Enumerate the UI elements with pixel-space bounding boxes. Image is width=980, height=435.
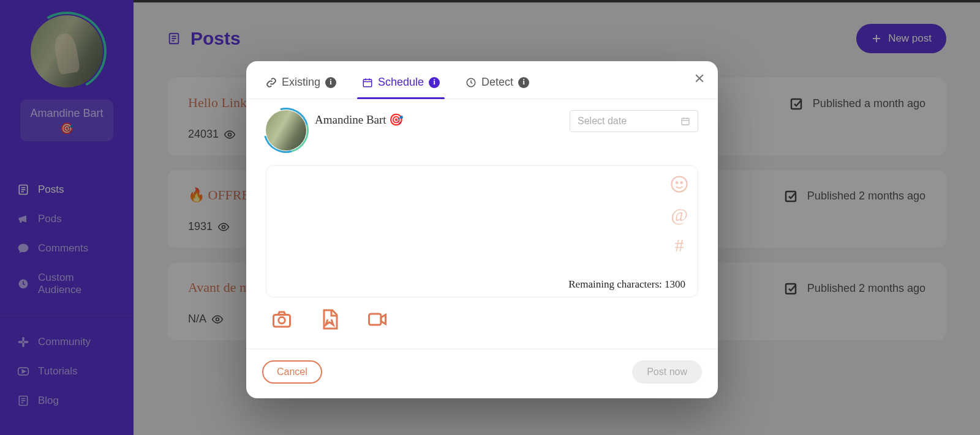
modal-username: Amandine Bart 🎯 bbox=[315, 110, 404, 127]
svg-point-41 bbox=[279, 317, 285, 324]
svg-point-37 bbox=[672, 177, 687, 192]
tab-detect[interactable]: Detect i bbox=[466, 76, 529, 99]
hashtag-button[interactable]: # bbox=[669, 236, 689, 255]
calendar-icon bbox=[362, 77, 373, 88]
camera-icon[interactable] bbox=[271, 308, 293, 330]
tab-label: Detect bbox=[481, 76, 513, 89]
mention-button[interactable]: @ bbox=[669, 205, 689, 225]
attachments bbox=[266, 297, 698, 344]
close-button[interactable] bbox=[693, 72, 706, 84]
tab-existing[interactable]: Existing i bbox=[266, 76, 336, 99]
link-icon bbox=[266, 77, 277, 88]
tab-label: Existing bbox=[282, 76, 320, 89]
svg-point-38 bbox=[676, 182, 678, 184]
remaining-characters: Remaining characters: 1300 bbox=[568, 278, 685, 291]
calendar-icon bbox=[680, 116, 690, 126]
info-icon[interactable]: i bbox=[518, 77, 529, 88]
modal-user: Amandine Bart 🎯 bbox=[266, 110, 404, 151]
svg-rect-42 bbox=[369, 314, 382, 325]
video-icon[interactable] bbox=[366, 308, 388, 330]
cancel-button[interactable]: Cancel bbox=[262, 360, 322, 384]
avatar bbox=[266, 110, 306, 151]
close-icon bbox=[693, 72, 706, 84]
smile-icon bbox=[670, 175, 688, 193]
tab-label: Schedule bbox=[378, 76, 424, 89]
info-icon[interactable]: i bbox=[325, 77, 336, 88]
emoji-button[interactable] bbox=[669, 174, 689, 194]
svg-point-39 bbox=[681, 182, 683, 184]
date-placeholder: Select date bbox=[578, 116, 627, 127]
svg-rect-33 bbox=[682, 118, 689, 125]
post-now-button[interactable]: Post now bbox=[632, 360, 702, 384]
modal-tabs: Existing i Schedule i Detect i bbox=[246, 61, 718, 99]
tab-schedule[interactable]: Schedule i bbox=[362, 76, 440, 99]
date-picker[interactable]: Select date bbox=[570, 110, 698, 132]
svg-rect-28 bbox=[363, 79, 372, 86]
compose-modal: Existing i Schedule i Detect i Amandine … bbox=[246, 61, 718, 398]
pdf-icon[interactable] bbox=[318, 308, 341, 330]
post-composer[interactable]: @ # Remaining characters: 1300 bbox=[266, 165, 698, 297]
clock-icon bbox=[466, 77, 477, 88]
info-icon[interactable]: i bbox=[429, 77, 440, 88]
